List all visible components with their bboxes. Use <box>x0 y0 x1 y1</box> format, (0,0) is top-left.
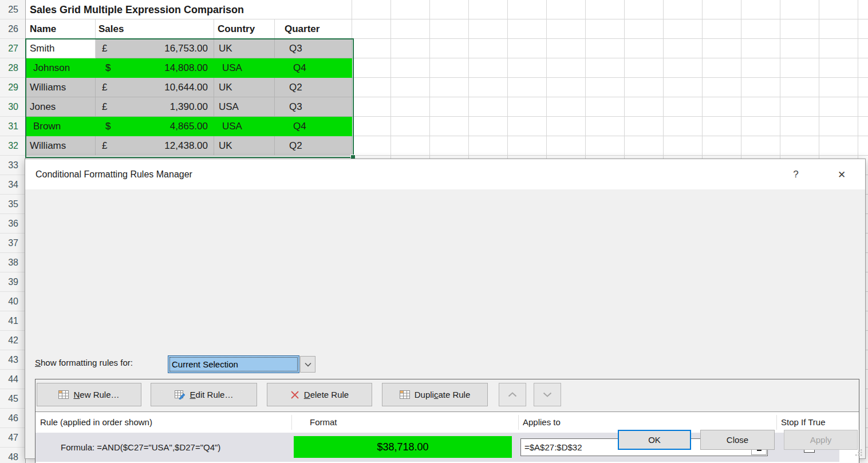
cell-quarter[interactable]: Q2 <box>275 136 352 156</box>
cell-sales[interactable]: £ 1,390.00 <box>96 97 214 117</box>
column-separator <box>776 415 777 430</box>
row-number[interactable]: 26 <box>0 19 25 39</box>
table-grid-icon <box>58 390 69 399</box>
table-grid-icon <box>400 390 410 399</box>
cell-name[interactable]: Smith <box>26 39 96 58</box>
red-x-icon <box>290 390 299 399</box>
amount: 14,808.00 <box>164 58 208 78</box>
table-row[interactable]: Williams £ 12,438.00 UK Q2 <box>26 136 352 156</box>
cell-name[interactable]: Brown <box>26 117 96 136</box>
move-rule-down-button[interactable] <box>534 383 561 406</box>
edit-rule-button[interactable]: Edit Rule… <box>151 383 257 406</box>
duplicate-rule-button[interactable]: Duplicate Rule <box>382 383 488 406</box>
row-number[interactable]: 45 <box>0 389 25 409</box>
table-row[interactable]: Jones £ 1,390.00 USA Q3 <box>26 97 352 117</box>
cell-name[interactable]: Johnson <box>26 58 96 78</box>
column-header-name[interactable]: Name <box>30 19 56 39</box>
close-icon[interactable]: ✕ <box>831 167 852 183</box>
currency-symbol: $ <box>105 117 111 136</box>
table-row[interactable]: Smith £ 16,753.00 UK Q3 <box>26 39 352 58</box>
sheet-title-cell[interactable]: Sales Grid Multiple Expression Compariso… <box>30 0 244 19</box>
cell-sales[interactable]: $ 4,865.00 <box>96 117 214 136</box>
amount: 16,753.00 <box>164 39 208 58</box>
conditional-formatting-rules-manager-dialog: Conditional Formatting Rules Manager ? ✕… <box>25 159 866 459</box>
rule-formula: Formula: =AND($C27="USA",$D27="Q4") <box>61 433 220 462</box>
cell-country[interactable]: UK <box>214 39 275 58</box>
move-rule-up-button[interactable] <box>499 383 526 406</box>
row-number[interactable]: 42 <box>0 331 25 350</box>
row-number[interactable]: 44 <box>0 370 25 389</box>
dialog-titlebar[interactable]: Conditional Formatting Rules Manager ? ✕ <box>25 159 865 189</box>
cell-quarter[interactable]: Q4 <box>275 117 352 136</box>
row-number[interactable]: 36 <box>0 214 25 234</box>
row-number[interactable]: 29 <box>0 78 25 97</box>
delete-rule-button[interactable]: Delete Rule <box>267 383 372 406</box>
apply-button[interactable]: Apply <box>784 430 858 450</box>
row-number[interactable]: 37 <box>0 234 25 253</box>
currency-symbol: £ <box>102 136 107 156</box>
cell-sales[interactable]: $ 14,808.00 <box>96 58 214 78</box>
row-number[interactable]: 40 <box>0 292 25 311</box>
row-number[interactable]: 39 <box>0 272 25 292</box>
cell-quarter[interactable]: Q3 <box>275 97 352 117</box>
show-rules-label: Show formatting rules for: <box>35 358 133 367</box>
table-row[interactable]: Williams £ 10,644.00 UK Q2 <box>26 78 352 97</box>
row-number[interactable]: 47 <box>0 428 25 448</box>
dropdown-arrow-button[interactable] <box>300 356 315 373</box>
cell-name[interactable]: Williams <box>26 78 96 97</box>
chevron-down-icon <box>305 362 311 367</box>
cell-country[interactable]: UK <box>214 136 275 156</box>
column-header-quarter[interactable]: Quarter <box>285 19 319 39</box>
cell-sales[interactable]: £ 10,644.00 <box>96 78 214 97</box>
currency-symbol: £ <box>102 97 107 117</box>
currency-symbol: £ <box>102 39 107 58</box>
cell-country[interactable]: USA <box>214 117 275 136</box>
row-number[interactable]: 32 <box>0 136 25 156</box>
ok-button[interactable]: OK <box>618 430 691 450</box>
gridline <box>95 19 96 39</box>
list-header-rule: Rule (applied in order shown) <box>40 412 152 433</box>
cell-quarter[interactable]: Q3 <box>275 39 352 58</box>
close-button[interactable]: Close <box>700 430 775 450</box>
row-number[interactable]: 27 <box>0 39 25 58</box>
row-number[interactable]: 43 <box>0 350 25 370</box>
row-header-column: 25 26 27 28 29 30 31 32 33 34 35 36 37 3… <box>0 0 26 463</box>
row-number[interactable]: 38 <box>0 253 25 272</box>
currency-symbol: $ <box>105 58 111 78</box>
table-grid-pencil-icon <box>175 390 186 399</box>
row-number[interactable]: 46 <box>0 409 25 428</box>
cell-quarter[interactable]: Q2 <box>275 78 352 97</box>
chevron-down-icon <box>543 392 552 397</box>
delete-rule-label: Delete Rule <box>304 390 349 399</box>
cell-sales[interactable]: £ 16,753.00 <box>96 39 214 58</box>
help-icon[interactable]: ? <box>787 167 804 183</box>
row-number[interactable]: 31 <box>0 117 25 136</box>
row-number[interactable]: 30 <box>0 97 25 117</box>
row-number[interactable]: 48 <box>0 448 25 463</box>
resize-grip[interactable] <box>855 449 862 456</box>
row-number[interactable]: 41 <box>0 311 25 331</box>
rule-format-preview: $38,718.00 <box>294 436 512 458</box>
column-header-sales[interactable]: Sales <box>98 19 124 39</box>
amount: 1,390.00 <box>170 97 208 117</box>
row-number[interactable]: 34 <box>0 175 25 195</box>
table-row[interactable]: Brown $ 4,865.00 USA Q4 <box>26 117 352 136</box>
row-number[interactable]: 33 <box>0 156 25 175</box>
dialog-title: Conditional Formatting Rules Manager <box>35 159 192 189</box>
row-number[interactable]: 28 <box>0 58 25 78</box>
row-number[interactable]: 35 <box>0 195 25 214</box>
cell-country[interactable]: USA <box>214 97 275 117</box>
cell-quarter[interactable]: Q4 <box>275 58 352 78</box>
column-header-country[interactable]: Country <box>218 19 255 39</box>
new-rule-button[interactable]: New Rule… <box>37 383 141 406</box>
cell-sales[interactable]: £ 12,438.00 <box>96 136 214 156</box>
cell-name[interactable]: Williams <box>26 136 96 156</box>
cell-name[interactable]: Jones <box>26 97 96 117</box>
cell-country[interactable]: USA <box>214 58 275 78</box>
scope-dropdown[interactable]: Current Selection <box>168 355 315 373</box>
list-header-applies-to: Applies to <box>523 412 561 433</box>
row-number[interactable]: 25 <box>0 0 25 19</box>
cell-country[interactable]: UK <box>214 78 275 97</box>
table-row[interactable]: Johnson $ 14,808.00 USA Q4 <box>26 58 352 78</box>
scope-dropdown-value: Current Selection <box>168 355 299 373</box>
